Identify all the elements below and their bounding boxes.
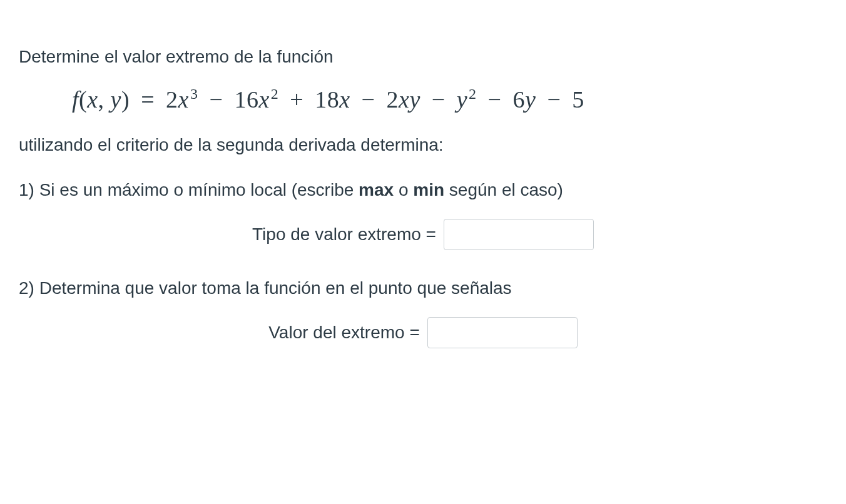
- input-row-2: Valor del extremo =: [19, 317, 827, 348]
- input-2-label: Valor del extremo =: [268, 323, 420, 343]
- input-1-label: Tipo de valor extremo =: [252, 224, 436, 244]
- criteria-text: utilizando el criterio de la segunda der…: [19, 132, 827, 158]
- extreme-type-input[interactable]: [444, 219, 594, 250]
- extreme-value-input[interactable]: [427, 317, 578, 348]
- question-1: 1) Si es un máximo o mínimo local (escri…: [19, 177, 827, 203]
- intro-text: Determine el valor extremo de la función: [19, 44, 827, 70]
- function-equation: f(x, y) = 2x3 − 16x2 + 18x − 2xy − y2 − …: [72, 86, 827, 113]
- question-2: 2) Determina que valor toma la función e…: [19, 275, 827, 301]
- input-row-1: Tipo de valor extremo =: [19, 219, 827, 250]
